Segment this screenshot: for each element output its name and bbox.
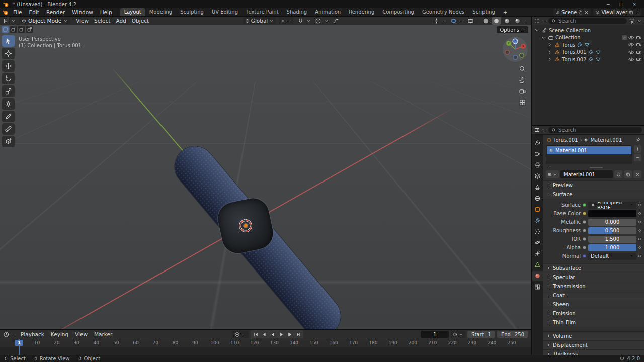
playback-sync-dropdown[interactable] [451, 331, 465, 338]
viewport-menu-object[interactable]: Object [130, 18, 151, 24]
play-reverse-button[interactable] [269, 331, 277, 338]
current-frame-label[interactable]: 1 [15, 340, 23, 346]
timeline-editor-type-button[interactable] [3, 331, 16, 338]
ior-decorator-icon[interactable] [638, 238, 641, 240]
metallic-slider[interactable]: 0.000 [588, 219, 636, 226]
workspace-tab-texture-paint[interactable]: Texture Paint [242, 8, 283, 16]
properties-tab-scene[interactable] [532, 183, 543, 192]
properties-tab-texture[interactable] [532, 282, 543, 292]
workspace-tab-uv-editing[interactable]: UV Editing [208, 8, 242, 16]
panel-header-emission[interactable]: Emission [543, 309, 644, 318]
material-slot-list[interactable]: Material.001 [546, 145, 632, 164]
disclosure-open-icon[interactable] [534, 27, 540, 33]
workspace-tab-animation[interactable]: Animation [311, 8, 345, 16]
zoom-icon[interactable] [519, 65, 526, 73]
tool-annotate-button[interactable] [2, 111, 15, 122]
workspace-tab-layout[interactable]: Layout [120, 8, 145, 16]
panel-header-subsurface[interactable]: Subsurface [543, 264, 644, 273]
toggle-ortho-icon[interactable] [519, 99, 526, 106]
select-mode-intersect-button[interactable] [26, 26, 33, 33]
base-color-decorator-icon[interactable] [638, 212, 641, 215]
properties-tab-material[interactable] [532, 271, 543, 281]
new-scene-icon[interactable] [578, 10, 583, 15]
collection-checkbox[interactable] [622, 35, 627, 40]
panel-header-transmission[interactable]: Transmission [543, 282, 644, 291]
panel-header-volume[interactable]: Volume [543, 332, 644, 340]
outliner-editor-type-button[interactable] [534, 18, 546, 24]
properties-tab-constraints[interactable] [532, 249, 543, 258]
menu-file[interactable]: File [10, 9, 26, 16]
disclosure-closed-icon[interactable] [547, 56, 553, 62]
pivot-point-dropdown[interactable] [279, 17, 293, 24]
jump-to-end-button[interactable] [294, 331, 302, 338]
outliner-row-torus-002[interactable]: Torus.002 [532, 56, 644, 63]
material-name-field[interactable]: Material.001 [560, 170, 613, 178]
panel-header-displacement[interactable]: Displacement [543, 341, 644, 349]
shading-options-icon[interactable] [524, 19, 528, 23]
viewport-menu-select[interactable]: Select [92, 18, 112, 24]
camera-view-icon[interactable] [519, 87, 526, 95]
select-mode-set-button[interactable] [2, 26, 9, 33]
filter-options-icon[interactable] [637, 19, 642, 23]
alpha-slider[interactable]: 1.000 [588, 244, 636, 251]
viewport-menu-view[interactable]: View [74, 18, 91, 24]
workspace-tab-shading[interactable]: Shading [283, 8, 311, 16]
metallic-decorator-icon[interactable] [638, 221, 641, 223]
select-mode-subtract-button[interactable] [18, 26, 25, 33]
disable-render-icon[interactable] [636, 56, 642, 62]
workspace-tab-scripting[interactable]: Scripting [468, 8, 499, 16]
panel-header-preview[interactable]: Preview [543, 181, 644, 190]
panel-header-surface[interactable]: Surface [543, 190, 644, 199]
proportional-editing-toggle[interactable] [314, 17, 323, 25]
roughness-decorator-icon[interactable] [638, 229, 641, 232]
filter-icon[interactable] [629, 18, 635, 24]
browse-material-button[interactable] [546, 170, 559, 178]
properties-tab-output[interactable] [532, 160, 543, 170]
viewport-menu-add[interactable]: Add [114, 18, 128, 24]
properties-tab-physics[interactable] [532, 238, 543, 247]
current-frame-field[interactable]: 1 [421, 331, 449, 338]
menu-render[interactable]: Render [43, 9, 68, 16]
new-viewlayer-icon[interactable] [629, 10, 633, 15]
workspace-tab-sculpting[interactable]: Sculpting [176, 8, 208, 16]
editor-type-button[interactable] [3, 18, 16, 24]
shading-wireframe-button[interactable] [481, 17, 490, 25]
properties-tab-object-data[interactable] [532, 260, 543, 269]
tool-rotate-button[interactable] [2, 73, 15, 84]
menu-help[interactable]: Help [97, 9, 116, 16]
menu-window[interactable]: Window [68, 9, 96, 16]
breadcrumb-object[interactable]: Torus.001 [553, 137, 578, 143]
properties-tab-modifiers[interactable] [532, 216, 543, 225]
tool-cursor-button[interactable] [2, 48, 15, 59]
timeline-ruler[interactable]: 1102030405060708090100110120130140150160… [0, 339, 531, 348]
breadcrumb-material[interactable]: Material.001 [590, 137, 622, 143]
proportional-options-icon[interactable] [324, 19, 329, 23]
remove-viewlayer-icon[interactable] [635, 10, 639, 15]
auto-keying-toggle[interactable] [232, 331, 249, 338]
show-gizmo-toggle[interactable] [432, 17, 441, 25]
gizmo-options-icon[interactable] [443, 19, 447, 23]
play-button[interactable] [277, 331, 285, 338]
options-dropdown[interactable]: Options [497, 26, 528, 33]
disable-render-icon[interactable] [636, 42, 642, 48]
panel-header-sheen[interactable]: Sheen [543, 300, 644, 309]
navigation-gizmo[interactable]: X Y Z [502, 36, 528, 62]
alpha-decorator-icon[interactable] [638, 246, 641, 249]
pan-icon[interactable] [519, 76, 526, 84]
tool-move-button[interactable] [2, 60, 15, 72]
timeline-track[interactable] [0, 348, 531, 355]
disclosure-closed-icon[interactable] [547, 42, 553, 48]
snap-toggle[interactable] [296, 17, 305, 25]
hide-viewport-icon[interactable] [628, 49, 634, 55]
mode-dropdown[interactable]: Object Mode [19, 17, 70, 24]
viewlayer-selector[interactable]: ViewLayer [593, 9, 641, 16]
previous-keyframe-button[interactable] [260, 331, 268, 338]
panel-header-specular[interactable]: Specular [543, 273, 644, 282]
timeline-body[interactable]: 1102030405060708090100110120130140150160… [0, 339, 531, 355]
disclosure-closed-icon[interactable] [547, 49, 553, 55]
shading-material-button[interactable] [503, 17, 511, 25]
timeline-menu-view[interactable]: View [72, 331, 90, 337]
viewport-canvas[interactable]: Options User Perspective (1) Collection … [0, 25, 531, 329]
properties-search-input[interactable]: Search [548, 127, 642, 133]
tool-select-box-button[interactable] [2, 35, 15, 47]
